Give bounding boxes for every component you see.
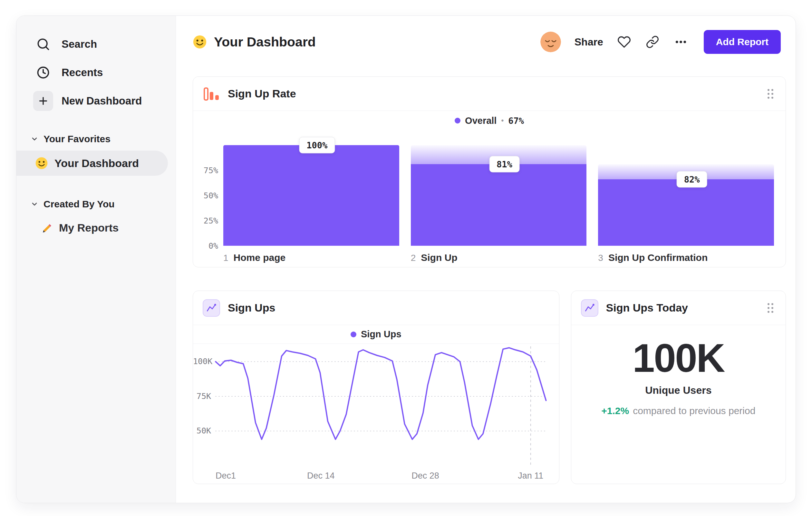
legend-dot xyxy=(351,331,356,337)
section-label: Created By You xyxy=(44,199,115,210)
sidebar-item-label: New Dashboard xyxy=(62,95,142,107)
legend-label: Sign Ups xyxy=(361,329,402,340)
line-x-tick: Jan 11 xyxy=(518,471,543,481)
title-group: Your Dashboard xyxy=(193,34,316,50)
more-icon[interactable] xyxy=(673,34,688,49)
line-chart: 100K75K50K Dec1Dec 14Dec 28Jan 11 xyxy=(193,344,559,484)
funnel-y-tick: 25% xyxy=(204,216,218,225)
funnel-step-name: Sign Up Confirmation xyxy=(608,252,707,263)
dashboard-header: Your Dashboard Share xyxy=(176,16,795,68)
line-chart-icon xyxy=(581,299,598,317)
funnel-bar[interactable]: 82% xyxy=(598,145,774,246)
sidebar-item-search[interactable]: Search xyxy=(17,30,176,58)
funnel-bar-fill xyxy=(411,164,587,246)
sidebar-item-my-reports[interactable]: My Reports xyxy=(17,216,176,240)
funnel-y-axis: 75%50%25%0% xyxy=(199,145,223,246)
sign-ups-today-card-header: Sign Ups Today xyxy=(571,291,786,325)
line-y-tick: 50K xyxy=(193,426,211,435)
line-legend: Sign Ups xyxy=(193,325,559,344)
plus-icon xyxy=(33,91,53,111)
smiley-emoji-icon xyxy=(35,157,48,170)
funnel-chart: 75%50%25%0% 100%81%82% xyxy=(193,145,786,246)
avatar[interactable] xyxy=(540,32,561,52)
funnel-step-number: 1 xyxy=(223,253,228,263)
link-icon[interactable] xyxy=(645,34,660,49)
section-label: Your Favorites xyxy=(44,134,111,144)
line-x-tick: Dec1 xyxy=(215,471,236,481)
funnel-y-tick: 75% xyxy=(204,166,218,175)
sidebar-item-your-dashboard[interactable]: Your Dashboard xyxy=(17,151,168,176)
funnel-bar[interactable]: 81% xyxy=(411,145,587,246)
big-number-value: 100K xyxy=(633,336,724,380)
signup-rate-card: Sign Up Rate Overall • 67% 75%50%25%0% 1… xyxy=(193,76,786,267)
funnel-step-number: 3 xyxy=(598,253,603,263)
legend-dot xyxy=(455,118,460,124)
line-y-tick: 75K xyxy=(193,391,211,401)
delta-value: +1.2% xyxy=(601,405,629,416)
line-x-tick: Dec 14 xyxy=(307,471,335,481)
sidebar-section-favorites: Your Favorites Your Dashboard xyxy=(17,130,176,176)
line-y-tick: 100K xyxy=(193,357,211,366)
sidebar-item-label: Your Dashboard xyxy=(54,157,139,170)
funnel-step-label: 2Sign Up xyxy=(411,252,587,263)
main-area: Your Dashboard Share xyxy=(176,16,795,503)
funnel-chart-icon xyxy=(203,85,220,103)
signup-rate-card-header: Sign Up Rate xyxy=(193,77,786,111)
card-title: Sign Ups xyxy=(228,302,275,314)
sidebar-item-label: Search xyxy=(62,38,97,50)
bottom-row: Sign Ups Sign Ups 100K75K50K Dec1Dec 14D… xyxy=(193,291,786,484)
heart-icon[interactable] xyxy=(617,34,632,49)
pencil-emoji-icon xyxy=(41,222,53,234)
funnel-value-chip: 100% xyxy=(299,137,335,154)
sign-ups-card: Sign Ups Sign Ups 100K75K50K Dec1Dec 14D… xyxy=(193,291,559,484)
funnel-y-tick: 50% xyxy=(204,191,218,200)
favorites-section-header[interactable]: Your Favorites xyxy=(17,130,176,148)
sidebar-item-recents[interactable]: Recents xyxy=(17,58,176,87)
line-x-tick: Dec 28 xyxy=(411,471,439,481)
funnel-bars: 100%81%82% xyxy=(223,145,774,246)
card-title: Sign Ups Today xyxy=(606,302,688,314)
add-report-button[interactable]: Add Report xyxy=(704,30,781,54)
line-chart-svg[interactable] xyxy=(215,346,546,466)
delta-note: compared to previous period xyxy=(633,405,755,416)
funnel-value-chip: 82% xyxy=(677,171,707,188)
card-title: Sign Up Rate xyxy=(228,87,296,100)
funnel-categories: 1Home page2Sign Up3Sign Up Confirmation xyxy=(193,246,786,263)
legend-label: Overall xyxy=(465,115,497,126)
sign-ups-today-card: Sign Ups Today 100K Unique Users +1.2% c… xyxy=(571,291,786,484)
relieved-face-emoji-icon xyxy=(540,32,561,52)
funnel-bar-fill xyxy=(598,179,774,246)
search-icon xyxy=(33,34,53,54)
funnel-value-chip: 81% xyxy=(489,156,520,172)
header-actions: Share Add Report xyxy=(540,30,781,54)
drag-handle-icon[interactable] xyxy=(765,301,776,316)
sidebar-item-label: My Reports xyxy=(59,222,119,234)
big-number-body: 100K Unique Users +1.2% compared to prev… xyxy=(571,325,786,484)
funnel-legend: Overall • 67% xyxy=(193,111,786,130)
delta-row: +1.2% compared to previous period xyxy=(601,405,755,416)
funnel-step-label: 1Home page xyxy=(223,252,399,263)
funnel-step-number: 2 xyxy=(411,253,416,263)
smiley-emoji-icon xyxy=(193,35,207,49)
clock-icon xyxy=(33,62,53,83)
sidebar: Search Recents New Dashboard xyxy=(17,16,176,503)
funnel-y-tick: 0% xyxy=(208,241,218,251)
sign-ups-card-header: Sign Ups xyxy=(193,291,559,325)
funnel-step-label: 3Sign Up Confirmation xyxy=(598,252,774,263)
chevron-down-icon xyxy=(31,200,38,208)
sidebar-item-label: Recents xyxy=(62,66,103,79)
drag-handle-icon[interactable] xyxy=(765,86,776,101)
sidebar-section-created-by-you: Created By You My Reports xyxy=(17,195,176,240)
chevron-down-icon xyxy=(31,135,38,143)
funnel-bar[interactable]: 100% xyxy=(223,145,399,246)
legend-value: 67% xyxy=(508,116,524,126)
dashboard-content: Sign Up Rate Overall • 67% 75%50%25%0% 1… xyxy=(176,68,795,503)
sidebar-item-new-dashboard[interactable]: New Dashboard xyxy=(17,87,176,115)
created-by-you-section-header[interactable]: Created By You xyxy=(17,195,176,213)
line-chart-icon xyxy=(203,299,220,317)
app-window: Search Recents New Dashboard xyxy=(16,16,796,503)
share-button[interactable]: Share xyxy=(575,36,603,48)
funnel-step-name: Sign Up xyxy=(421,252,457,263)
big-number-label: Unique Users xyxy=(645,384,712,396)
line-plot[interactable]: Dec1Dec 14Dec 28Jan 11 xyxy=(215,346,546,466)
